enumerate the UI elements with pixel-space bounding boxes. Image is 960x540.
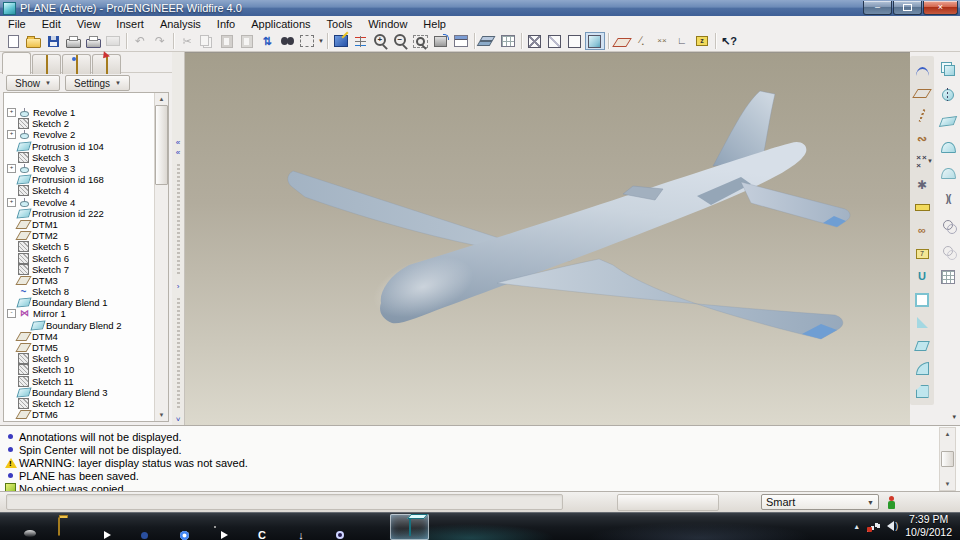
tree-item[interactable]: DTM5 xyxy=(6,342,154,353)
merge-tool-button[interactable]: )( xyxy=(937,186,959,212)
tree-item[interactable]: Protrusion id 168 xyxy=(6,174,154,185)
navigator-sash[interactable]: « « › ˅ xyxy=(172,52,185,425)
toolbar-overflow-icon[interactable]: ▾ xyxy=(952,413,956,421)
tree-item[interactable]: Sketch 10 xyxy=(6,364,154,375)
extrude-tool-button[interactable] xyxy=(937,56,959,82)
red-grid-app[interactable] xyxy=(351,514,390,540)
tree-item[interactable]: -⋈Mirror 1 xyxy=(6,308,154,319)
show-button[interactable]: Show▼ xyxy=(6,75,60,91)
maximize-button[interactable] xyxy=(893,1,922,15)
hidden-line-button[interactable] xyxy=(545,32,565,50)
cut-button[interactable]: ✂ xyxy=(177,32,197,50)
selection-box-button[interactable] xyxy=(297,32,317,50)
print-preview-button[interactable] xyxy=(83,32,103,50)
taskbar-clock[interactable]: 7:39 PM 10/9/2012 xyxy=(905,513,952,539)
tree-item[interactable]: Sketch 6 xyxy=(6,252,154,263)
favorites-tab[interactable] xyxy=(62,54,91,74)
scroll-up-icon[interactable]: ▲ xyxy=(945,428,951,440)
scrollbar-thumb[interactable] xyxy=(941,451,954,467)
tree-item[interactable]: +Revolve 1 xyxy=(6,107,154,118)
internet-download-manager[interactable] xyxy=(273,514,312,540)
close-button[interactable]: × xyxy=(923,1,958,15)
open-file-button[interactable] xyxy=(23,32,43,50)
annotations-toggle-button[interactable]: z xyxy=(692,32,712,50)
layers-button[interactable] xyxy=(478,32,498,50)
context-help-button[interactable]: ↖? xyxy=(719,32,739,50)
regenerate-button[interactable]: ⇅ xyxy=(257,32,277,50)
start-button[interactable] xyxy=(0,514,39,540)
copy-button[interactable] xyxy=(197,32,217,50)
minimize-button[interactable]: – xyxy=(863,1,892,15)
save-file-button[interactable] xyxy=(43,32,63,50)
analysis-tool-button[interactable] xyxy=(911,196,933,219)
note-tool-button[interactable]: 7 xyxy=(911,242,933,265)
tree-item[interactable]: Sketch 5 xyxy=(6,241,154,252)
scroll-down-icon[interactable]: ▼ xyxy=(159,409,165,421)
sash-grip[interactable] xyxy=(177,164,180,276)
youcam[interactable] xyxy=(312,514,351,540)
tree-item[interactable]: DTM3 xyxy=(6,275,154,286)
datum-point-tool-button[interactable]: ×××▼ xyxy=(911,150,933,173)
folder-browser-tab[interactable] xyxy=(32,54,61,74)
ccleaner[interactable] xyxy=(234,514,273,540)
collapse-down-icon[interactable]: ˅ xyxy=(176,415,181,425)
tree-item[interactable]: Sketch 11 xyxy=(6,376,154,387)
tree-expand-box[interactable]: + xyxy=(7,108,16,117)
datum-planes-toggle-button[interactable] xyxy=(612,32,632,50)
view-manager-button[interactable] xyxy=(498,32,518,50)
reorient-button[interactable] xyxy=(431,32,451,50)
sketch-tool-button[interactable] xyxy=(911,58,933,81)
tree-item[interactable]: Boundary Blend 2 xyxy=(6,320,154,331)
tree-item[interactable]: DTM4 xyxy=(6,331,154,342)
sweep-tool-button[interactable] xyxy=(937,108,959,134)
settings-button[interactable]: Settings▼ xyxy=(65,75,130,91)
offset-tool-button[interactable] xyxy=(937,238,959,264)
tree-item[interactable]: Sketch 12 xyxy=(6,398,154,409)
windows-explorer[interactable] xyxy=(39,514,78,540)
windows-media-player[interactable] xyxy=(78,514,117,540)
menu-view[interactable]: View xyxy=(69,16,109,31)
tree-item[interactable]: Boundary Blend 3 xyxy=(6,387,154,398)
tree-item[interactable]: DTM2 xyxy=(6,230,154,241)
pattern-tool-button[interactable] xyxy=(937,264,959,290)
collapse-left-icon[interactable]: « xyxy=(176,148,180,158)
menu-help[interactable]: Help xyxy=(415,16,454,31)
spin-center-button[interactable] xyxy=(351,32,371,50)
datum-axes-toggle-button[interactable]: ∕• xyxy=(632,32,652,50)
sash-grip[interactable] xyxy=(177,298,180,410)
paste-special-button[interactable] xyxy=(237,32,257,50)
scrollbar-thumb[interactable] xyxy=(155,105,168,185)
message-scrollbar[interactable]: ▲ ▼ xyxy=(939,427,956,491)
tree-item[interactable]: DTM1 xyxy=(6,219,154,230)
rib-tool-button[interactable] xyxy=(911,311,933,334)
repaint-button[interactable] xyxy=(331,32,351,50)
kmplayer[interactable] xyxy=(195,514,234,540)
menu-analysis[interactable]: Analysis xyxy=(152,16,209,31)
redo-button[interactable]: ↷ xyxy=(150,32,170,50)
paste-button[interactable] xyxy=(217,32,237,50)
tree-item[interactable]: Sketch 4 xyxy=(6,185,154,196)
datum-axis-tool-button[interactable] xyxy=(911,104,933,127)
project-tool-button[interactable] xyxy=(937,212,959,238)
hole-tool-button[interactable]: U xyxy=(911,265,933,288)
tree-expand-box[interactable]: + xyxy=(7,130,16,139)
menu-info[interactable]: Info xyxy=(209,16,243,31)
menu-file[interactable]: File xyxy=(0,16,34,31)
tree-item[interactable]: +Revolve 2 xyxy=(6,129,154,140)
draft-tool-button[interactable] xyxy=(911,334,933,357)
chevron-down-icon[interactable]: ▼ xyxy=(927,158,933,164)
shell-tool-button[interactable] xyxy=(911,288,933,311)
style-tool-button[interactable] xyxy=(937,160,959,186)
menu-edit[interactable]: Edit xyxy=(34,16,69,31)
menu-tools[interactable]: Tools xyxy=(319,16,361,31)
zoom-out-button[interactable]: − xyxy=(391,32,411,50)
datum-plane-tool-button[interactable] xyxy=(911,81,933,104)
curve-tool-button[interactable]: ∾ xyxy=(911,127,933,150)
no-hidden-button[interactable] xyxy=(565,32,585,50)
collapse-left-icon[interactable]: « xyxy=(176,138,180,148)
tree-item[interactable]: +Revolve 4 xyxy=(6,197,154,208)
datum-points-toggle-button[interactable]: ×× xyxy=(652,32,672,50)
tree-expand-box[interactable]: + xyxy=(7,198,16,207)
tree-item[interactable]: Sketch 7 xyxy=(6,264,154,275)
tree-item[interactable]: +Revolve 3 xyxy=(6,163,154,174)
